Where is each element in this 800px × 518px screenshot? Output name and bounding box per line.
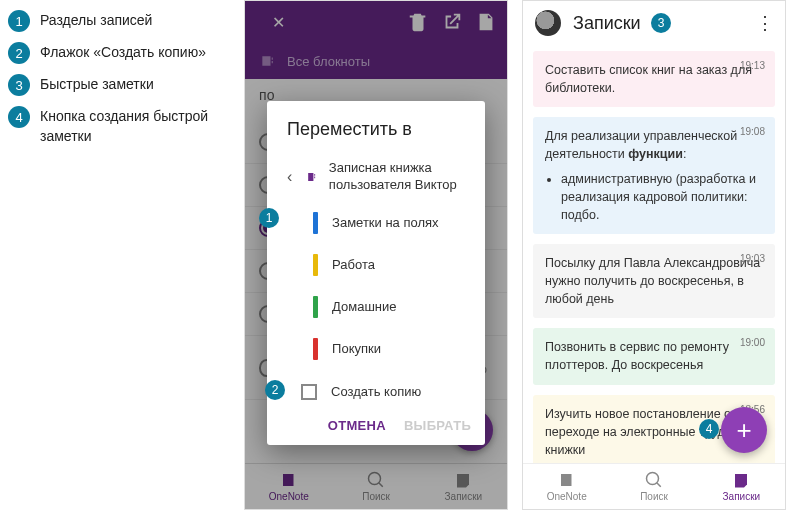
select-button[interactable]: ВЫБРАТЬ bbox=[404, 418, 471, 433]
note-time: 19:00 bbox=[740, 336, 765, 351]
note-card[interactable]: 19:13Составить список книг на заказ для … bbox=[533, 51, 775, 107]
legend-text-3: Быстрые заметки bbox=[40, 74, 154, 95]
note-time: 19:13 bbox=[740, 59, 765, 74]
notebook-icon bbox=[306, 167, 316, 187]
note-card[interactable]: 19:08Для реализации управленческой деяте… bbox=[533, 117, 775, 234]
note-card[interactable]: 19:03Посылку для Павла Александровича ну… bbox=[533, 244, 775, 318]
section-color bbox=[313, 212, 318, 234]
legend-num-2: 2 bbox=[8, 42, 30, 64]
phone-notes: Записки 3 ⋮ 19:13Составить список книг н… bbox=[522, 0, 786, 510]
legend-num-3: 3 bbox=[8, 74, 30, 96]
callout-marker-4: 4 bbox=[699, 419, 719, 439]
callout-marker-1: 1 bbox=[259, 208, 279, 228]
notebook-back-row[interactable]: ‹ Записная книжка пользователя Виктор bbox=[267, 152, 485, 202]
legend-num-1: 1 bbox=[8, 10, 30, 32]
legend-text-2: Флажок «Создать копию» bbox=[40, 42, 206, 63]
tab-onenote[interactable]: OneNote bbox=[523, 464, 610, 509]
move-dialog: Переместить в ‹ Записная книжка пользова… bbox=[267, 101, 485, 445]
create-copy-checkbox[interactable] bbox=[301, 384, 317, 400]
legend-text-1: Разделы записей bbox=[40, 10, 152, 31]
section-row[interactable]: 1 Заметки на полях bbox=[267, 202, 485, 244]
tab-search[interactable]: Поиск bbox=[610, 464, 697, 509]
note-time: 19:03 bbox=[740, 252, 765, 267]
callout-marker-3: 3 bbox=[651, 13, 671, 33]
section-row[interactable]: Домашние bbox=[267, 286, 485, 328]
legend-text-4: Кнопка создания быстрой заметки bbox=[40, 106, 236, 146]
avatar[interactable] bbox=[535, 10, 561, 36]
phone-move-dialog: ✕ Все блокноты по ет. ет. ет. ет. ет. Из… bbox=[244, 0, 508, 510]
notebook-name: Записная книжка пользователя Виктор bbox=[329, 160, 465, 194]
legend-panel: 1Разделы записей 2Флажок «Создать копию»… bbox=[0, 0, 244, 510]
chevron-left-icon[interactable]: ‹ bbox=[287, 168, 296, 186]
note-time: 19:08 bbox=[740, 125, 765, 140]
note-card[interactable]: 19:00Позвонить в сервис по ремонту плотт… bbox=[533, 328, 775, 384]
notes-appbar: Записки 3 ⋮ bbox=[523, 1, 785, 45]
dialog-title: Переместить в bbox=[267, 119, 485, 152]
section-row[interactable]: Покупки bbox=[267, 328, 485, 370]
callout-marker-2: 2 bbox=[265, 380, 285, 400]
cancel-button[interactable]: ОТМЕНА bbox=[328, 418, 386, 433]
section-row[interactable]: Работа bbox=[267, 244, 485, 286]
legend-num-4: 4 bbox=[8, 106, 30, 128]
fab-add-note[interactable]: + bbox=[721, 407, 767, 453]
create-copy-row[interactable]: 2 Создать копию bbox=[267, 370, 485, 408]
more-icon[interactable]: ⋮ bbox=[756, 12, 773, 34]
tab-notes[interactable]: Записки bbox=[698, 464, 785, 509]
page-title: Записки bbox=[573, 13, 641, 34]
